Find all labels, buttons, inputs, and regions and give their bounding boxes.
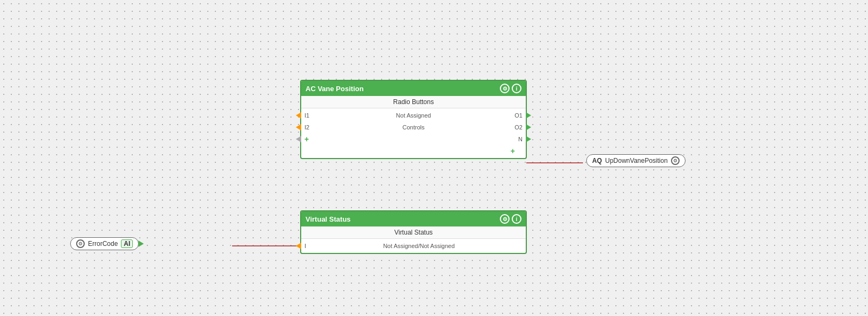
ac-vane-gear-icon[interactable]: ⚙ <box>500 84 510 93</box>
port-in-i2[interactable] <box>296 124 301 130</box>
ac-vane-row-n: + N <box>301 133 526 145</box>
bottom-plus-btn[interactable]: + <box>511 147 515 155</box>
ac-vane-subheader: Radio Buttons <box>301 96 526 108</box>
virtual-status-subheader: Virtual Status <box>301 226 526 239</box>
port-label-i1: I1 <box>304 112 315 119</box>
port-label-o1: O1 <box>512 112 523 119</box>
errorcode-gear-icon[interactable]: ⚙ <box>76 239 85 248</box>
row-vs-i-label: Not Assigned/Not Assigned <box>315 243 523 249</box>
port-in-i1[interactable] <box>296 112 301 119</box>
aq-prefix: AQ <box>592 157 602 164</box>
port-label-i2: I2 <box>304 124 315 130</box>
ac-vane-info-icon[interactable]: i <box>512 84 521 93</box>
errorcode-port-out[interactable] <box>138 241 144 247</box>
aq-gear-icon[interactable]: ⚙ <box>671 156 680 165</box>
virtual-status-row-i: I Not Assigned/Not Assigned <box>301 240 526 252</box>
errorcode-name: ErrorCode <box>88 240 118 248</box>
errorcode-node: ⚙ ErrorCode AI <box>70 237 139 250</box>
ac-vane-position-node: AC Vane Position ⚙ i Radio Buttons I1 No… <box>300 80 527 159</box>
virtual-status-gear-icon[interactable]: ⚙ <box>500 214 510 224</box>
ac-vane-row-i1: I1 Not Assigned O1 <box>301 109 526 121</box>
port-out-o1[interactable] <box>526 112 531 119</box>
ac-vane-row-bottom-plus: + <box>301 145 526 157</box>
row-i1-label: Not Assigned <box>315 112 512 119</box>
virtual-status-title: Virtual Status <box>306 215 500 223</box>
ac-vane-header: AC Vane Position ⚙ i <box>301 81 526 96</box>
ac-vane-title: AC Vane Position <box>306 85 500 93</box>
virtual-status-body: I Not Assigned/Not Assigned <box>301 239 526 253</box>
errorcode-type: AI <box>121 239 133 248</box>
port-label-o2: O2 <box>512 124 523 130</box>
virtual-status-node: Virtual Status ⚙ i Virtual Status I Not … <box>300 210 527 254</box>
port-out-o2[interactable] <box>526 124 531 130</box>
ac-vane-body: I1 Not Assigned O1 I2 Controls O2 + N + <box>301 108 526 158</box>
virtual-status-header: Virtual Status ⚙ i <box>301 211 526 226</box>
aq-node: AQ UpDownVanePosition ⚙ <box>586 154 686 167</box>
row-i2-label: Controls <box>315 124 512 130</box>
virtual-status-info-icon[interactable]: i <box>512 214 521 224</box>
ac-vane-row-i2: I2 Controls O2 <box>301 121 526 133</box>
aq-name: UpDownVanePosition <box>605 157 668 164</box>
port-label-n: N <box>512 136 523 142</box>
port-in-vs-i[interactable] <box>296 243 301 249</box>
ac-vane-header-icons: ⚙ i <box>500 84 521 93</box>
port-out-n[interactable] <box>526 136 531 142</box>
virtual-status-header-icons: ⚙ i <box>500 214 521 224</box>
port-in-plus[interactable] <box>296 136 301 142</box>
port-label-vs-i: I <box>304 243 315 249</box>
port-label-plus[interactable]: + <box>304 135 315 143</box>
